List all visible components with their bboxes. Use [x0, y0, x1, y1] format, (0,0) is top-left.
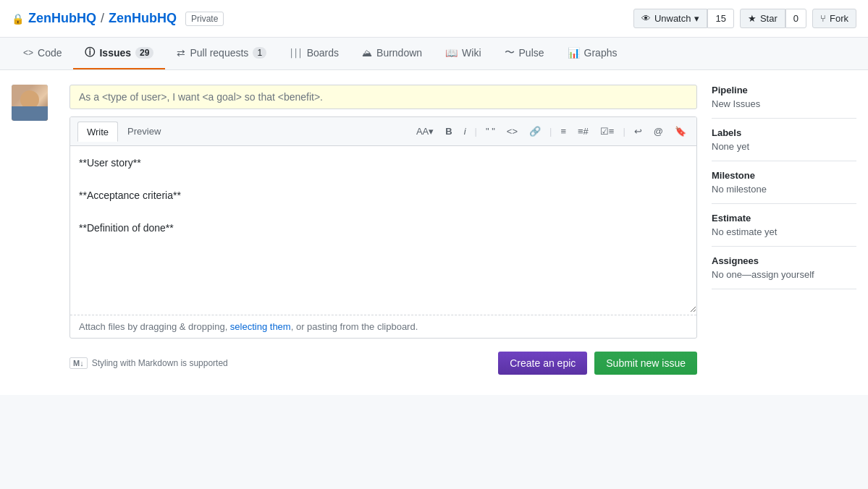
toolbar-code[interactable]: <> [504, 124, 521, 138]
attach-select-link[interactable]: selecting them [230, 321, 291, 332]
tab-code[interactable]: <> Code [12, 38, 73, 69]
sidebar-assignees: Assignees No one—assign yourself [712, 247, 856, 289]
code-icon: <> [23, 48, 33, 58]
submit-issue-button[interactable]: Submit new issue [594, 352, 697, 375]
toolbar-list-unordered[interactable]: ≡ [557, 124, 569, 138]
toolbar-sep1: | [475, 126, 477, 137]
avatar [12, 85, 48, 121]
boards-icon: │││ [290, 48, 303, 57]
tab-pull-requests[interactable]: ⇄ Pull requests 1 [165, 38, 278, 69]
create-epic-button[interactable]: Create an epic [498, 352, 587, 375]
editor-body: **User story** **Acceptance criteria** *… [70, 146, 696, 315]
sidebar-labels: Labels None yet [712, 119, 856, 161]
star-icon: ★ [748, 13, 757, 24]
editor-tabs: Write Preview [77, 122, 170, 141]
tab-boards-label: Boards [307, 47, 339, 59]
tab-issues[interactable]: ⓘ Issues 29 [73, 38, 165, 69]
unwatch-label: Unwatch [654, 13, 691, 24]
toolbar-bookmark[interactable]: 🔖 [672, 124, 689, 138]
issue-body-textarea[interactable]: **User story** **Acceptance criteria** *… [70, 146, 696, 312]
toolbar-bold[interactable]: B [442, 124, 455, 138]
dropdown-icon: ▾ [694, 13, 699, 24]
toolbar-list-ordered[interactable]: ≡# [575, 124, 591, 138]
tab-wiki[interactable]: 📖 Wiki [434, 38, 492, 69]
repo-link[interactable]: ZenHubHQ [109, 11, 177, 26]
tab-pr-label: Pull requests [190, 47, 248, 59]
star-button[interactable]: ★ Star [740, 9, 785, 28]
toolbar-quote[interactable]: " " [483, 124, 498, 138]
avatar-image [12, 85, 48, 121]
labels-value: None yet [712, 141, 856, 152]
issue-title-input[interactable] [69, 85, 697, 109]
toolbar-sep2: | [549, 126, 552, 137]
toolbar-undo[interactable]: ↩ [631, 124, 645, 138]
unwatch-count: 15 [707, 9, 733, 28]
estimate-value: No estimate yet [712, 226, 856, 237]
milestone-value: No milestone [712, 184, 856, 195]
toolbar-italic[interactable]: i [461, 124, 469, 138]
pipeline-label: Pipeline [712, 85, 856, 95]
fork-button[interactable]: ⑂ Fork [812, 9, 856, 28]
star-group: ★ Star 0 [740, 9, 806, 28]
tab-graphs[interactable]: 📊 Graphs [556, 38, 629, 69]
tab-wiki-label: Wiki [462, 47, 481, 59]
form-actions: M↓ Styling with Markdown is supported Cr… [69, 346, 697, 380]
sidebar: Pipeline New Issues Labels None yet Mile… [712, 85, 856, 380]
eye-icon: 👁 [641, 13, 651, 24]
tab-code-label: Code [38, 47, 62, 59]
toolbar-task-list[interactable]: ☑≡ [597, 124, 618, 138]
tab-boards[interactable]: │││ Boards [278, 38, 350, 69]
fork-label: Fork [830, 13, 848, 24]
tab-burndown-label: Burndown [376, 47, 422, 59]
title-separator: / [101, 11, 104, 26]
org-link[interactable]: ZenHubHQ [28, 11, 96, 26]
toolbar-mention[interactable]: @ [651, 124, 666, 138]
assignees-value: No one—assign yourself [712, 269, 856, 280]
action-buttons: Create an epic Submit new issue [498, 352, 697, 375]
editor-toolbar: AA▾ B i | " " <> 🔗 | ≡ ≡# ☑≡ | ↩ @ 🔖 [413, 124, 689, 138]
repo-header: 🔒 ZenHubHQ / ZenHubHQ Private 👁 Unwatch … [0, 0, 868, 38]
editor-container: Write Preview AA▾ B i | " " <> 🔗 | ≡ ≡# … [69, 116, 697, 339]
issues-count: 29 [135, 47, 153, 59]
unwatch-button[interactable]: 👁 Unwatch ▾ [633, 9, 708, 28]
tab-issues-label: Issues [99, 47, 131, 59]
milestone-label: Milestone [712, 170, 856, 181]
nav-tabs: <> Code ⓘ Issues 29 ⇄ Pull requests 1 ││… [0, 38, 868, 70]
tab-pulse-label: Pulse [519, 47, 544, 59]
graphs-icon: 📊 [568, 47, 580, 59]
repo-actions: 👁 Unwatch ▾ 15 ★ Star 0 ⑂ Fork [628, 9, 856, 28]
wiki-icon: 📖 [445, 47, 458, 59]
tab-pulse[interactable]: 〜 Pulse [493, 38, 556, 69]
pulse-icon: 〜 [505, 46, 515, 59]
issues-icon: ⓘ [85, 46, 95, 59]
markdown-hint: M↓ Styling with Markdown is supported [69, 357, 228, 369]
pr-icon: ⇄ [177, 47, 185, 59]
main-content: Write Preview AA▾ B i | " " <> 🔗 | ≡ ≡# … [0, 70, 868, 395]
toolbar-heading[interactable]: AA▾ [413, 124, 437, 138]
sidebar-estimate: Estimate No estimate yet [712, 204, 856, 247]
preview-tab[interactable]: Preview [118, 122, 170, 141]
editor-header: Write Preview AA▾ B i | " " <> 🔗 | ≡ ≡# … [70, 117, 696, 146]
write-tab[interactable]: Write [77, 122, 118, 142]
burndown-icon: ⛰ [362, 47, 372, 59]
avatar-col [12, 85, 55, 380]
fork-group: ⑂ Fork [812, 9, 856, 28]
estimate-label: Estimate [712, 213, 856, 224]
attach-text2: , or pasting from the clipboard. [291, 321, 418, 332]
attach-footer: Attach files by dragging & dropping, sel… [70, 315, 696, 338]
markdown-icon: M↓ [69, 357, 88, 369]
star-label: Star [760, 13, 778, 24]
sidebar-milestone: Milestone No milestone [712, 161, 856, 204]
assignees-label: Assignees [712, 255, 856, 266]
pipeline-value: New Issues [712, 98, 856, 109]
markdown-hint-text: Styling with Markdown is supported [92, 358, 228, 368]
toolbar-link[interactable]: 🔗 [526, 124, 544, 138]
lock-icon: 🔒 [12, 13, 24, 25]
sidebar-pipeline: Pipeline New Issues [712, 85, 856, 119]
tab-burndown[interactable]: ⛰ Burndown [350, 38, 434, 69]
star-count: 0 [785, 9, 806, 28]
repo-title: 🔒 ZenHubHQ / ZenHubHQ [12, 11, 177, 26]
fork-icon: ⑂ [820, 13, 826, 24]
pr-count: 1 [253, 47, 266, 59]
private-badge: Private [185, 12, 224, 26]
